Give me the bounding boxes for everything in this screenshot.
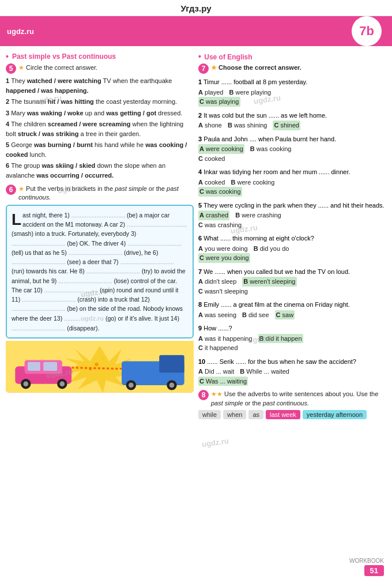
ex5-item-5: 5 George was burning / burnt his hand wh… [6,140,194,159]
exercise-7-header: 7 ★ Choose the correct answer. [198,63,386,75]
right-column: • Use of English 7 ★ Choose the correct … [198,52,386,419]
ex5-items: 1 They watched / were watching TV when t… [6,76,194,180]
ex5-num: 5 [6,63,16,74]
ex7-num: 7 [198,63,209,74]
ugdz-wm-inline: ugdz.ru [81,315,104,322]
svg-point-18 [101,357,104,359]
adverb-yesterday-afternoon: yesterday afternoon [303,410,367,419]
q3: 3 Paula and John .... when Paula burnt h… [198,134,386,164]
car-svg [6,343,194,393]
q6: 6 What ...... this morning at eight o'cl… [198,234,386,263]
exercise-8-section: 8 ★★ Use the adverbs to write sentences … [198,390,386,419]
ex5-item-2: 2 The tsunami hit / was hitting the coas… [6,97,194,107]
footer-label: WORKBOOK [349,558,384,564]
q5: 5 They were cycling in the park when the… [198,201,386,230]
adverb-as: as [248,410,263,419]
svg-point-13 [23,381,28,386]
footer-page: 51 [364,565,384,576]
q10: 10 ...... Serik ...... for the bus when … [198,357,386,386]
site-title: Угдз.ру [180,3,211,13]
left-section-title: • Past simple vs Past continuous [6,52,194,61]
ex7-instruction: ★ Choose the correct answer. [211,63,301,72]
adverb-tags: while when as last week yesterday aftern… [198,410,386,419]
watermark-8: ugdz.ru [201,437,229,449]
right-section-title: • Use of English [198,52,386,61]
svg-rect-11 [43,362,57,371]
ex8-header: 8 ★★ Use the adverbs to write sentences … [198,390,386,408]
q2: 2 It was cold but the sun ...... as we l… [198,111,386,130]
main-content: • Past simple vs Past continuous 5 ★ Cir… [0,46,392,419]
ex5-item-3: 3 Mary was waking / woke up and was gett… [6,108,194,118]
adverb-last-week: last week [266,410,300,419]
ex6-num: 6 [6,185,16,195]
ex5-item-1: 1 They watched / were watching TV when t… [6,76,194,95]
q1: 1 Timur ...... football at 8 pm yesterda… [198,77,386,107]
ex5-item-4: 4 The children screamed / were screaming… [6,119,194,138]
ex6-text-box: L ast night, there 1) ..................… [6,205,194,338]
ex5-star: ★ [18,64,26,71]
q7: 7 We ...... when you called but we had t… [198,267,386,296]
exercise-5-header: 5 ★ Circle the correct answer. [6,63,194,74]
exercise-6-header: 6 ★ Put the verbs in brackets in the pas… [6,185,194,202]
svg-point-15 [59,381,65,386]
ex8-instruction: ★★ Use the adverbs to write sentences ab… [211,390,386,408]
left-column: • Past simple vs Past continuous 5 ★ Cir… [6,52,194,419]
bullet-icon: • [6,52,9,61]
ex5-item-6: 6 The group was skiing / skied down the … [6,161,194,180]
chapter-badge: 7b [352,16,382,46]
svg-point-7 [169,383,175,388]
svg-rect-10 [28,362,40,371]
adverb-when: when [223,410,246,419]
ex7-questions: 1 Timur ...... football at 8 pm yesterda… [198,77,386,386]
q9: 9 How ......? A was it happening B did i… [198,324,386,353]
topbar-logo: ugdz.ru [7,27,34,36]
car-illustration [6,341,194,393]
adverb-while: while [198,410,221,419]
page-header: Угдз.ру [0,0,392,16]
ex8-num: 8 [198,390,209,400]
ex6-instruction: ★ Put the verbs in brackets in the past … [18,185,194,202]
footer: WORKBOOK 51 [349,558,384,576]
svg-point-17 [95,363,99,367]
q8: 8 Emily ...... a great film at the cinem… [198,300,386,319]
q4: 4 Inkar was tidying her room and her mum… [198,167,386,197]
svg-point-5 [129,383,134,388]
ex5-instruction: ★ Circle the correct answer. [18,63,97,72]
svg-rect-3 [159,355,184,373]
top-bar: ugdz.ru 7b [0,16,392,46]
exercise-6-section: 6 ★ Put the verbs in brackets in the pas… [6,185,194,393]
svg-point-19 [89,368,92,370]
